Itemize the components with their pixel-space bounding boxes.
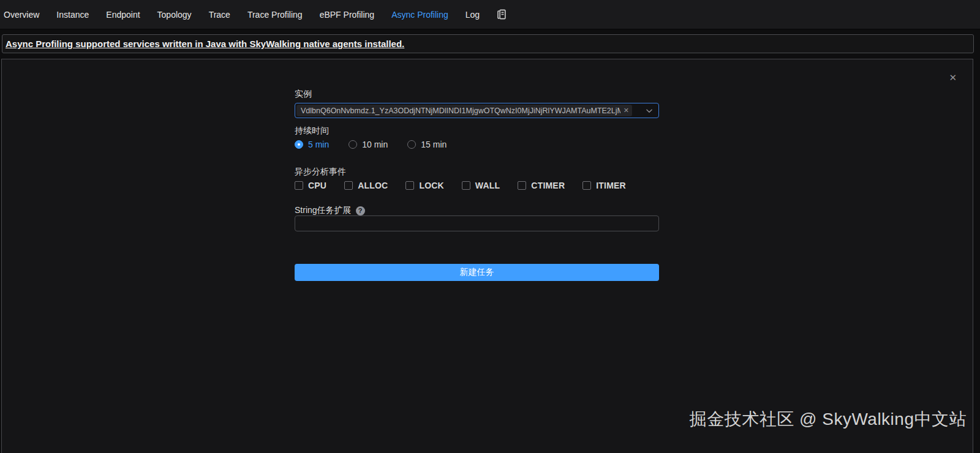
string-ext-input[interactable] — [295, 215, 659, 231]
tab-instance[interactable]: Instance — [48, 10, 97, 20]
tab-topology[interactable]: Topology — [149, 10, 200, 20]
supported-services-link[interactable]: Async Profiling supported services writt… — [6, 39, 404, 49]
duration-label: 持续时间 — [295, 125, 329, 137]
duration-radio-group: 5 min 10 min 15 min — [295, 140, 447, 149]
tab-trace-profiling[interactable]: Trace Profiling — [239, 10, 311, 20]
instance-selected-value: VdlbnQ6OnNvbmdz.1_YzA3ODdjNTNjMDlINDI1Mj… — [301, 107, 620, 115]
checkbox-icon — [295, 181, 303, 190]
radio-10min[interactable]: 10 min — [349, 140, 388, 149]
events-label: 异步分析事件 — [295, 167, 346, 178]
string-ext-label-row: String任务扩展 ? — [295, 205, 365, 216]
radio-dot-icon — [407, 140, 416, 149]
string-ext-label: String任务扩展 — [295, 205, 352, 216]
tag-remove-icon[interactable]: ✕ — [624, 107, 629, 114]
top-nav: Overview Instance Endpoint Topology Trac… — [0, 0, 980, 29]
async-profiling-page: Overview Instance Endpoint Topology Trac… — [0, 0, 980, 453]
radio-dot-icon — [349, 140, 357, 149]
events-checkbox-group: CPU ALLOC LOCK WALL CTIMER — [295, 181, 626, 190]
checkbox-icon — [405, 181, 414, 190]
checkbox-itimer[interactable]: ITIMER — [582, 181, 626, 190]
close-icon[interactable]: ✕ — [949, 73, 957, 82]
checkbox-alloc[interactable]: ALLOC — [344, 181, 388, 190]
new-task-panel: ✕ 实例 VdlbnQ6OnNvbmdz.1_YzA3ODdjNTNjMDlIN… — [1, 59, 973, 453]
tab-log[interactable]: Log — [457, 10, 488, 20]
radio-15min[interactable]: 15 min — [407, 140, 447, 149]
create-task-button[interactable]: 新建任务 — [295, 264, 659, 281]
tab-async-profiling[interactable]: Async Profiling — [383, 10, 457, 20]
checkbox-wall[interactable]: WALL — [462, 181, 500, 190]
help-question-icon[interactable]: ? — [356, 206, 365, 215]
instance-selected-tag: VdlbnQ6OnNvbmdz.1_YzA3ODdjNTNjMDlINDI1Mj… — [296, 105, 632, 116]
supported-services-banner: Async Profiling supported services writt… — [2, 34, 974, 53]
radio-5min[interactable]: 5 min — [295, 140, 329, 149]
checkbox-icon — [344, 181, 353, 190]
checkbox-icon — [462, 181, 470, 190]
tab-ebpf-profiling[interactable]: eBPF Profiling — [311, 10, 383, 20]
tab-overview[interactable]: Overview — [4, 10, 48, 20]
chevron-down-icon[interactable] — [645, 107, 654, 115]
copy-document-icon[interactable] — [496, 9, 507, 20]
tab-trace[interactable]: Trace — [200, 10, 239, 20]
checkbox-icon — [518, 181, 526, 190]
checkbox-lock[interactable]: LOCK — [405, 181, 443, 190]
checkbox-ctimer[interactable]: CTIMER — [518, 181, 565, 190]
radio-dot-icon — [295, 140, 303, 149]
checkbox-icon — [582, 181, 591, 190]
instance-select[interactable]: VdlbnQ6OnNvbmdz.1_YzA3ODdjNTNjMDlINDI1Mj… — [295, 103, 659, 118]
checkbox-cpu[interactable]: CPU — [295, 181, 326, 190]
tab-endpoint[interactable]: Endpoint — [97, 10, 148, 20]
watermark-text: 掘金技术社区 @ SkyWalking中文站 — [690, 408, 967, 431]
instance-label: 实例 — [295, 89, 312, 100]
